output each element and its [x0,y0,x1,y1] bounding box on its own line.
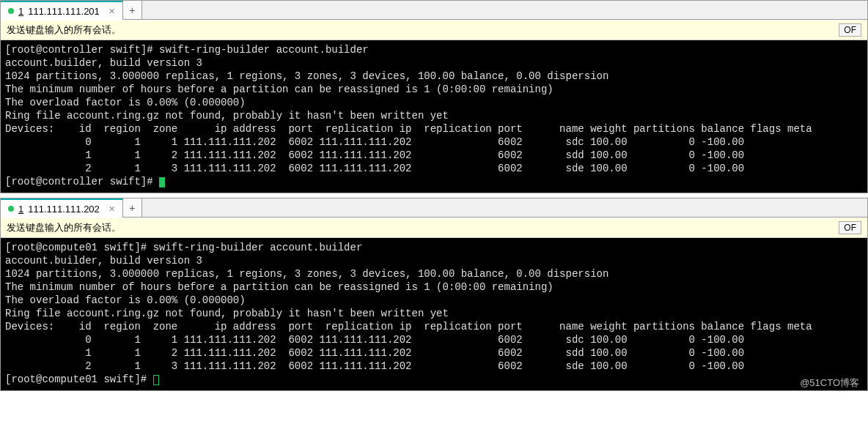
add-tab-button[interactable]: + [123,198,142,217]
output-line: The minimum number of hours before a par… [5,83,553,95]
tab-title: 111.111.111.201 [28,6,100,17]
tab-bar: 1 111.111.111.202 ✕ + [1,198,867,218]
output-line: account.builder, build version 3 [5,255,202,267]
tab-bar: 1 111.111.111.201 ✕ + [1,1,867,20]
terminal-output[interactable]: [root@controller swift]# swift-ring-buil… [1,40,867,193]
prompt: [root@compute01 swift]# [5,373,153,385]
output-line: Devices: id region zone ip address port … [5,321,812,332]
output-line: 2 1 3 111.111.111.202 6002 111.111.111.2… [5,360,744,372]
terminal-output[interactable]: [root@compute01 swift]# swift-ring-build… [1,238,867,390]
info-bar: 发送键盘输入的所有会话。 OF [1,218,867,238]
output-line: Ring file account.ring.gz not found, pro… [5,308,449,319]
session-tab[interactable]: 1 111.111.111.202 ✕ [1,198,123,218]
cursor-icon [159,177,165,187]
output-line: 0 1 1 111.111.111.202 6002 111.111.111.2… [5,136,744,148]
prompt: [root@compute01 swift]# [5,242,153,253]
output-line: Devices: id region zone ip address port … [5,123,812,135]
info-text: 发送键盘输入的所有会话。 [7,221,121,234]
tab-number: 1 [18,204,23,215]
output-line: The overload factor is 0.00% (0.000000) [5,294,246,306]
output-line: Ring file account.ring.gz not found, pro… [5,110,449,122]
info-text: 发送键盘输入的所有会话。 [7,23,121,37]
terminal-session-1: 1 111.111.111.201 ✕ + 发送键盘输入的所有会话。 OF [r… [0,0,868,193]
connection-status-icon [8,206,14,212]
close-icon[interactable]: ✕ [108,204,115,214]
prompt: [root@controller swift]# [5,44,159,56]
add-tab-button[interactable]: + [123,1,142,19]
tab-title: 111.111.111.202 [28,204,100,215]
output-line: 1024 partitions, 3.000000 replicas, 1 re… [5,70,608,82]
info-bar: 发送键盘输入的所有会话。 OF [1,20,867,40]
of-button[interactable]: OF [839,221,861,234]
command: swift-ring-builder account.builder [159,44,369,56]
output-line: The overload factor is 0.00% (0.000000) [5,97,246,108]
output-line: 1024 partitions, 3.000000 replicas, 1 re… [5,268,608,280]
connection-status-icon [8,8,14,14]
session-tab[interactable]: 1 111.111.111.201 ✕ [1,1,123,20]
output-line: 1 1 2 111.111.111.202 6002 111.111.111.2… [5,149,744,161]
output-line: 0 1 1 111.111.111.202 6002 111.111.111.2… [5,334,744,346]
output-line: 2 1 3 111.111.111.202 6002 111.111.111.2… [5,163,744,174]
tab-number: 1 [18,6,23,17]
command: swift-ring-builder account.builder [153,242,363,253]
of-button[interactable]: OF [839,23,861,37]
output-line: The minimum number of hours before a par… [5,281,553,293]
terminal-session-2: 1 111.111.111.202 ✕ + 发送键盘输入的所有会话。 OF [r… [0,198,868,391]
cursor-icon [153,375,159,385]
output-line: 1 1 2 111.111.111.202 6002 111.111.111.2… [5,347,744,359]
prompt: [root@controller swift]# [5,176,159,187]
output-line: account.builder, build version 3 [5,57,202,69]
close-icon[interactable]: ✕ [108,7,115,16]
